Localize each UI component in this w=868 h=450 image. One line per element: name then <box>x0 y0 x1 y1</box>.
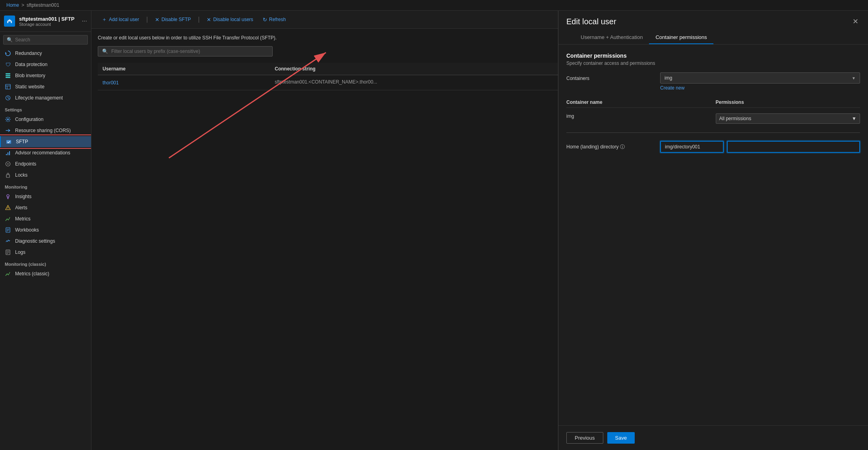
sidebar-item-metrics[interactable]: Metrics <box>0 213 91 224</box>
svg-point-7 <box>7 119 9 120</box>
breadcrumb-home[interactable]: Home <box>6 2 19 8</box>
data-protection-icon: 🛡 <box>5 61 11 68</box>
refresh-button[interactable]: ↻ Refresh <box>259 15 290 25</box>
sidebar-item-configuration[interactable]: Configuration <box>0 114 91 125</box>
sidebar-item-advisor-recommendations[interactable]: Advisor recommendations <box>0 147 91 158</box>
sidebar-item-metrics-classic[interactable]: Metrics (classic) <box>0 268 91 279</box>
svg-rect-10 <box>8 152 8 155</box>
sidebar-item-diagnostic-settings[interactable]: Diagnostic settings <box>0 236 91 247</box>
sidebar-item-alerts[interactable]: Alerts <box>0 202 91 213</box>
svg-rect-14 <box>6 175 10 177</box>
tab-username-auth[interactable]: Username + Authentication <box>574 31 649 44</box>
disable-local-users-button[interactable]: ✕ Disable local users <box>203 15 257 25</box>
save-button[interactable]: Save <box>607 432 635 444</box>
sidebar-item-sftp[interactable]: SFTP <box>0 136 91 147</box>
sidebar-item-label-metrics-classic: Metrics (classic) <box>15 271 49 277</box>
sidebar-item-label-sftp: SFTP <box>16 139 28 144</box>
sidebar-item-workbooks[interactable]: Workbooks <box>0 224 91 236</box>
separator-2: | <box>198 16 200 23</box>
content-area: ＋ Add local user | ✕ Disable SFTP | ✕ Di… <box>91 11 868 450</box>
sidebar-item-label-data-protection: Data protection <box>15 62 47 67</box>
blob-inventory-icon <box>5 72 11 79</box>
add-local-user-button[interactable]: ＋ Add local user <box>98 14 143 25</box>
refresh-label: Refresh <box>269 17 286 22</box>
resource-sharing-icon <box>5 127 11 134</box>
sidebar-item-label-insights: Insights <box>15 194 31 199</box>
sidebar-item-data-protection[interactable]: 🛡 Data protection <box>0 59 91 70</box>
home-dir-input-1[interactable] <box>660 141 724 153</box>
monitoring-section-label: Monitoring <box>0 181 91 191</box>
disable-local-users-icon: ✕ <box>207 17 211 23</box>
sidebar-item-label-locks: Locks <box>15 172 27 178</box>
sidebar-item-label-endpoints: Endpoints <box>15 161 36 167</box>
search-input[interactable] <box>15 37 84 43</box>
create-new-link[interactable]: Create new <box>660 85 860 91</box>
more-options-icon[interactable]: ··· <box>82 18 87 25</box>
app-icon <box>4 16 15 27</box>
panel-title: Edit local user <box>566 17 721 26</box>
advisor-recommendations-icon <box>5 150 11 156</box>
sidebar-item-blob-inventory[interactable]: Blob inventory <box>0 70 91 81</box>
username-link[interactable]: thor001 <box>103 80 119 86</box>
static-website-icon <box>5 84 11 90</box>
panel-close-button[interactable]: ✕ <box>851 17 860 26</box>
redundancy-icon <box>5 50 11 56</box>
panel-section-title: Container permissions <box>566 53 860 59</box>
permissions-table-header: Container name Permissions <box>566 97 860 108</box>
home-dir-label-text: Home (landing) directory <box>566 144 618 150</box>
workbooks-icon <box>5 227 11 233</box>
add-local-user-label: Add local user <box>109 17 139 22</box>
svg-rect-8 <box>6 140 11 144</box>
panel-footer: Previous Save <box>558 425 868 450</box>
sidebar-item-static-website[interactable]: Static website <box>0 81 91 92</box>
permissions-header: Permissions <box>716 99 860 105</box>
home-dir-input-wrapper <box>660 141 860 153</box>
home-dir-input-2[interactable] <box>727 141 860 153</box>
sidebar-item-label-redundancy: Redundancy <box>15 51 42 56</box>
filter-icon: 🔍 <box>102 49 108 54</box>
home-dir-info-icon[interactable]: ⓘ <box>620 144 625 150</box>
add-icon: ＋ <box>102 16 107 23</box>
search-icon: 🔍 <box>7 37 13 43</box>
sidebar-item-label-metrics: Metrics <box>15 216 31 222</box>
diagnostic-settings-icon <box>5 238 11 244</box>
containers-select-value: img <box>665 75 672 81</box>
perm-permissions-select[interactable]: All permissions ▼ <box>716 113 860 124</box>
perm-container-name: img <box>566 113 711 124</box>
endpoints-icon <box>5 161 11 167</box>
perm-select-chevron: ▼ <box>852 116 856 121</box>
sidebar-item-endpoints[interactable]: Endpoints <box>0 158 91 169</box>
svg-rect-9 <box>6 154 7 155</box>
username-column-header: Username <box>98 63 270 75</box>
sidebar-item-logs[interactable]: Logs <box>0 247 91 258</box>
disable-sftp-button[interactable]: ✕ Disable SFTP <box>151 15 195 25</box>
containers-select[interactable]: img ▼ <box>660 72 860 84</box>
sidebar-item-label-lifecycle-management: Lifecycle management <box>15 95 63 101</box>
disable-sftp-label: Disable SFTP <box>161 17 191 22</box>
sidebar-item-locks[interactable]: Locks <box>0 169 91 181</box>
panel-section-desc: Specify container access and permissions <box>566 60 860 66</box>
metrics-icon <box>5 216 11 222</box>
refresh-icon: ↻ <box>263 17 267 23</box>
tab-container-permissions[interactable]: Container permissions <box>649 31 713 44</box>
breadcrumb-separator: > <box>21 2 24 8</box>
divider <box>566 132 860 133</box>
sidebar-search[interactable]: 🔍 <box>3 35 88 45</box>
filter-box[interactable]: 🔍 <box>98 46 273 56</box>
sidebar-item-label-workbooks: Workbooks <box>15 227 39 233</box>
panel-body: Container permissions Specify container … <box>558 45 868 425</box>
sidebar-main-title: sftptestman001 | SFTP <box>19 16 78 22</box>
breadcrumb-current: sftptestman001 <box>27 2 59 8</box>
sidebar-item-lifecycle-management[interactable]: Lifecycle management <box>0 92 91 103</box>
sidebar-item-insights[interactable]: Insights <box>0 191 91 202</box>
containers-form-row: Containers img ▼ Create new <box>566 72 860 91</box>
previous-button[interactable]: Previous <box>566 432 603 444</box>
sidebar-item-redundancy[interactable]: Redundancy <box>0 48 91 59</box>
alerts-icon <box>5 205 11 211</box>
sidebar-item-resource-sharing[interactable]: Resource sharing (CORS) <box>0 125 91 136</box>
connection-string-value: sftptestman001.<CONTAINER_NAME>.thor00..… <box>275 79 377 85</box>
svg-rect-4 <box>6 77 10 78</box>
edit-local-user-panel: Edit local user Username + Authenticatio… <box>558 11 868 450</box>
filter-input[interactable] <box>111 49 268 54</box>
logs-icon <box>5 249 11 255</box>
